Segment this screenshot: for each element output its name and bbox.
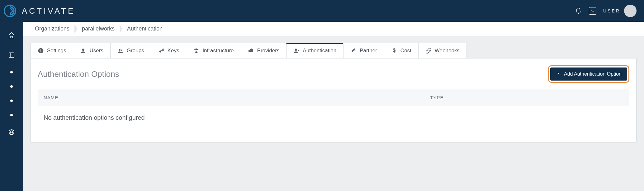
rail-dot-1[interactable] (10, 71, 13, 73)
breadcrumb-item-authentication[interactable]: Authentication (123, 22, 171, 36)
tab-groups[interactable]: Groups (110, 43, 151, 58)
svg-point-12 (354, 49, 355, 50)
breadcrumb: Organizations parallelworks Authenticati… (23, 22, 644, 36)
user-icon (80, 48, 86, 54)
bell-icon[interactable] (575, 7, 582, 15)
tab-infrastructure[interactable]: Infrastructure (186, 43, 241, 58)
svg-point-10 (159, 50, 161, 53)
panel-title: Authentication Options (38, 69, 119, 79)
breadcrumb-item-organizations[interactable]: Organizations (31, 22, 78, 36)
home-icon[interactable] (7, 31, 16, 39)
globe-icon[interactable] (7, 128, 16, 136)
tab-label: Settings (47, 48, 66, 54)
side-rail (0, 22, 23, 191)
svg-rect-6 (40, 49, 41, 50)
auth-icon (293, 48, 300, 54)
brand-name: ACTIVATE (22, 6, 75, 16)
brand-logo-icon (2, 3, 17, 18)
column-name: NAME (44, 95, 430, 100)
tab-label: Partner (360, 48, 377, 54)
group-icon (117, 48, 124, 54)
svg-rect-1 (9, 53, 14, 58)
tab-label: Groups (127, 48, 144, 54)
panel-authentication: Authentication Options Add Authenticatio… (31, 58, 637, 142)
button-label: Add Authentication Option (564, 71, 622, 77)
svg-point-11 (295, 49, 297, 51)
tab-settings[interactable]: Settings (31, 43, 73, 58)
breadcrumb-item-parallelworks[interactable]: parallelworks (78, 22, 123, 36)
svg-point-9 (121, 49, 122, 51)
tab-keys[interactable]: Keys (151, 43, 187, 58)
tab-webhooks[interactable]: Webhooks (418, 43, 467, 58)
breadcrumb-label: Authentication (127, 26, 163, 32)
tab-label: Keys (168, 48, 179, 54)
tab-label: Webhooks (435, 48, 460, 54)
info-icon (38, 48, 44, 54)
tabs-row: Settings Users Groups Keys Infrastructur… (31, 43, 637, 58)
add-authentication-option-button[interactable]: Add Authentication Option (550, 68, 627, 81)
column-type: TYPE (430, 95, 623, 100)
breadcrumb-label: Organizations (35, 26, 69, 32)
tab-label: Providers (257, 48, 280, 54)
tab-providers[interactable]: Providers (241, 43, 287, 58)
breadcrumb-label: parallelworks (82, 26, 115, 32)
auth-options-table: NAME TYPE No authentication options conf… (38, 90, 629, 134)
dollar-icon (391, 48, 397, 54)
content-area: Organizations parallelworks Authenticati… (23, 22, 644, 191)
panel-icon[interactable] (7, 51, 16, 59)
top-bar-right: USER (575, 5, 637, 17)
brand-block: ACTIVATE (2, 3, 75, 18)
svg-rect-5 (40, 50, 41, 52)
chevron-down-icon (556, 71, 561, 77)
tab-authentication[interactable]: Authentication (286, 43, 343, 58)
key-icon (158, 48, 164, 54)
tab-label: Users (89, 48, 103, 54)
terminal-icon[interactable] (589, 7, 596, 15)
user-menu[interactable]: USER (603, 5, 637, 17)
tab-partner[interactable]: Partner (343, 43, 384, 58)
rail-dot-2[interactable] (10, 85, 13, 88)
tab-label: Infrastructure (202, 48, 234, 54)
highlight-ring: Add Authentication Option (548, 65, 629, 83)
stack-icon (193, 48, 199, 54)
table-empty-message: No authentication options configured (38, 105, 629, 134)
avatar-icon (624, 5, 637, 17)
tab-users[interactable]: Users (73, 43, 110, 58)
top-bar: ACTIVATE USER (0, 0, 644, 22)
link-icon (425, 48, 432, 54)
tab-cost[interactable]: Cost (384, 43, 419, 58)
svg-point-8 (119, 49, 121, 51)
rail-dot-3[interactable] (10, 100, 13, 102)
tab-label: Authentication (303, 48, 336, 54)
rail-dot-4[interactable] (10, 114, 13, 116)
rocket-icon (350, 48, 357, 54)
cloud-icon (248, 48, 254, 54)
tab-label: Cost (400, 48, 411, 54)
svg-point-7 (82, 49, 84, 51)
table-header: NAME TYPE (38, 90, 629, 105)
user-label: USER (603, 8, 620, 13)
